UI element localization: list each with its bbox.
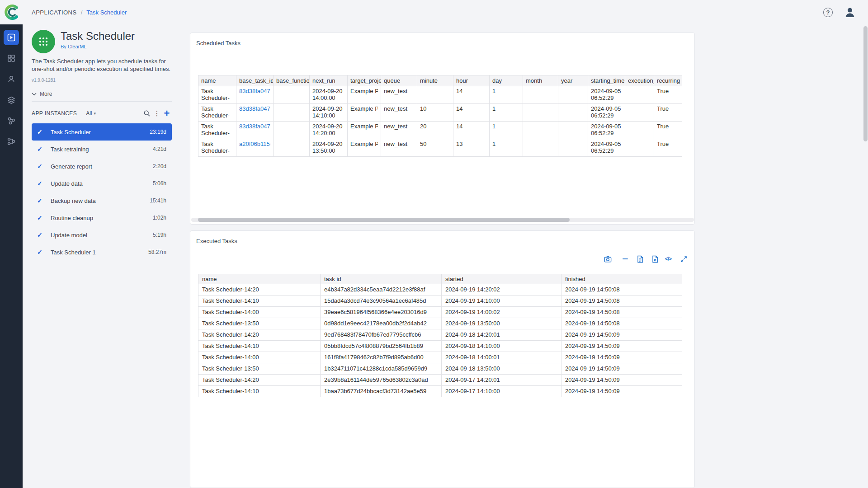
app-instance-row[interactable]: ✓ Task Scheduler 23:19d <box>32 123 172 141</box>
cell-name: Task Scheduler-14:2 <box>198 122 236 139</box>
search-icon[interactable] <box>142 108 152 118</box>
cell-name: Task Scheduler-14:1 <box>198 104 236 122</box>
cell-name: Task Scheduler-13:50 <box>198 318 321 329</box>
cell-task-id-link[interactable]: e4b347a82d334c5eaa74d2212e3f88af <box>321 284 442 296</box>
scheduled-task-row: Task Scheduler-14:0 83d38fa0470f4 2024-0… <box>198 86 682 104</box>
breadcrumb-separator: / <box>81 9 83 16</box>
instances-filter-dropdown[interactable]: All ▾ <box>86 110 96 117</box>
instance-elapsed-time: 1:02h <box>153 215 166 221</box>
breadcrumb: APPLICATIONS / Task Scheduler <box>32 0 127 24</box>
cell-month <box>523 104 558 122</box>
cell-task-id-link[interactable]: 9ed768483f78470fb67ed7795ccffcb6 <box>321 329 442 341</box>
byline-link[interactable]: By ClearML <box>61 44 135 49</box>
cell-task-id-link[interactable]: 1b324711071c41288c1cda585d9659d9 <box>321 363 442 375</box>
chevron-down-icon <box>32 93 37 96</box>
cell-minute: 50 <box>417 139 453 157</box>
cell-next-run: 2024-09-20 14:20:00 <box>310 122 348 139</box>
cell-name: Task Scheduler-13:5 <box>198 139 236 157</box>
app-instance-row[interactable]: ✓ Task Scheduler 1 58:27m <box>32 244 172 261</box>
cell-base-task-id-link[interactable]: 83d38fa0470f4 <box>236 104 274 122</box>
clearml-logo[interactable] <box>3 4 20 21</box>
cell-hour: 13 <box>453 139 490 157</box>
page-scrollbar[interactable] <box>863 25 868 485</box>
nav-projects-icon[interactable] <box>4 51 19 66</box>
app-info-panel: Task Scheduler By ClearML The Task Sched… <box>32 30 172 261</box>
cell-task-id-link[interactable]: 0d98dd1e9eec42178ea00db2f2d4ab42 <box>321 318 442 329</box>
cell-execution-limit <box>625 122 654 139</box>
cell-queue: new_test <box>381 104 417 122</box>
cell-starting-time: 2024-09-05 06:52:29 <box>588 122 625 139</box>
cell-recurring: True <box>654 104 682 122</box>
nav-pipelines-icon[interactable] <box>4 134 19 149</box>
cell-name: Task Scheduler-14:20 <box>198 375 321 386</box>
cell-minute: 10 <box>417 104 453 122</box>
hide-row-icon[interactable] <box>620 254 630 264</box>
cell-task-id-link[interactable]: 05bb8fdcd57c4f808879bd2564fb1b89 <box>321 341 442 352</box>
kebab-menu-icon[interactable]: ⋮ <box>152 108 162 118</box>
cell-task-id-link[interactable]: 15dad4a3dcd74e3c90564a1ec6af485d <box>321 296 442 307</box>
page-scrollbar-thumb[interactable] <box>863 26 868 141</box>
task-scheduler-app-icon <box>32 30 55 53</box>
cell-base-task-id-link[interactable]: a20f06b115ea <box>236 139 274 157</box>
cell-started: 2024-09-19 14:10:00 <box>442 296 561 307</box>
instance-elapsed-time: 4:21d <box>153 146 166 152</box>
side-navigation <box>0 24 23 488</box>
cell-base-task-id-link[interactable]: 83d38fa0470f4 <box>236 122 274 139</box>
app-instance-row[interactable]: ✓ Task retraining 4:21d <box>32 141 172 158</box>
nav-workers-icon[interactable] <box>4 71 19 87</box>
add-instance-icon[interactable]: + <box>162 108 172 118</box>
column-header: day <box>490 75 523 86</box>
cell-started: 2024-09-18 14:10:00 <box>442 341 561 352</box>
cell-finished: 2024-09-19 14:50:09 <box>561 375 682 386</box>
app-instance-row[interactable]: ✓ Routine cleanup 1:02h <box>32 209 172 226</box>
horizontal-scrollbar-thumb[interactable] <box>198 218 570 222</box>
cell-base-task-id-link[interactable]: 83d38fa0470f4 <box>236 86 274 104</box>
cell-execution-limit <box>625 139 654 157</box>
executed-header-row: name task id started finished <box>198 274 682 284</box>
column-header: started <box>442 274 561 284</box>
cell-finished: 2024-09-19 14:50:09 <box>561 363 682 375</box>
download-png-icon[interactable] <box>603 254 613 264</box>
app-instance-list: ✓ Task Scheduler 23:19d ✓ Task retrainin… <box>32 123 172 261</box>
app-instance-row[interactable]: ✓ Generate report 2:20d <box>32 158 172 175</box>
nav-applications-icon[interactable] <box>4 30 19 45</box>
embed-code-icon[interactable]: </> <box>665 256 671 262</box>
app-instances-header: APP INSTANCES All ▾ ⋮ + <box>32 106 172 121</box>
cell-month <box>523 122 558 139</box>
app-instance-row[interactable]: ✓ Backup new data 15:41h <box>32 192 172 209</box>
cell-name: Task Scheduler-14:20 <box>198 329 321 341</box>
cell-finished: 2024-09-19 14:50:08 <box>561 296 682 307</box>
breadcrumb-applications[interactable]: APPLICATIONS <box>32 9 77 16</box>
instance-name: Update data <box>51 180 83 187</box>
download-excel-icon[interactable] <box>650 254 660 264</box>
app-instance-row[interactable]: ✓ Update data 5:06h <box>32 175 172 192</box>
download-csv-icon[interactable] <box>635 254 645 264</box>
column-header: base_function <box>274 75 310 86</box>
cell-task-id-link[interactable]: 39eae6c581964f568366e4ee203016d9 <box>321 307 442 318</box>
avatar[interactable] <box>844 6 856 19</box>
instance-name: Update model <box>51 232 87 239</box>
help-icon[interactable]: ? <box>823 8 833 17</box>
fullscreen-icon[interactable] <box>679 254 689 264</box>
horizontal-scrollbar[interactable] <box>191 218 694 222</box>
scheduled-tasks-card: Scheduled Tasks name base_task_id base_f… <box>190 33 695 225</box>
cell-hour: 14 <box>453 104 490 122</box>
cell-target-project: Example Proje <box>348 104 381 122</box>
more-toggle[interactable]: More <box>32 91 172 97</box>
column-header: recurring <box>654 75 682 86</box>
cell-finished: 2024-09-19 14:50:09 <box>561 341 682 352</box>
check-icon: ✓ <box>37 180 51 187</box>
app-instance-row[interactable]: ✓ Update model 5:19h <box>32 226 172 244</box>
check-icon: ✓ <box>37 128 51 136</box>
instance-elapsed-time: 23:19d <box>150 129 166 135</box>
page-title: Task Scheduler <box>61 30 135 42</box>
cell-started: 2024-09-19 14:00:02 <box>442 307 561 318</box>
nav-datasets-icon[interactable] <box>4 92 19 108</box>
cell-finished: 2024-09-19 14:50:08 <box>561 318 682 329</box>
cell-task-id-link[interactable]: 1baa73b677d24bbcacf3d73142ae5e59 <box>321 386 442 397</box>
cell-year <box>558 122 588 139</box>
cell-task-id-link[interactable]: 2e39b8a161144de59765d63802c3a0ad <box>321 375 442 386</box>
nav-models-icon[interactable] <box>4 113 19 128</box>
cell-task-id-link[interactable]: 161f8fa41798462c82b7f9d895ab6d00 <box>321 352 442 363</box>
instance-name: Task Scheduler 1 <box>51 249 96 256</box>
